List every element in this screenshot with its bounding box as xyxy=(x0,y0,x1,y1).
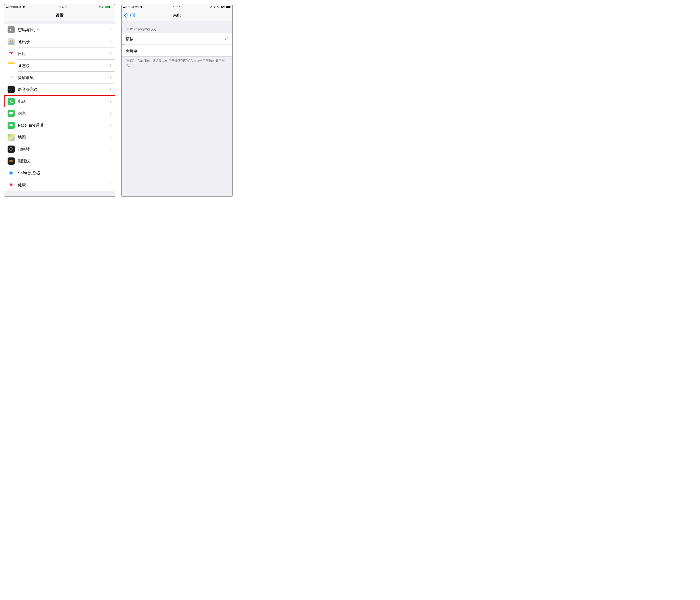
nav-bar: 电话 来电 xyxy=(122,10,232,21)
cell-maps[interactable]: 地图 xyxy=(4,131,115,143)
chevron-right-icon xyxy=(110,112,112,115)
settings-screen: 中国移动 下午4:15 95% ⚡ 设置 密码与帐户通讯录7日历备忘录提醒事项语… xyxy=(4,4,116,197)
messages-icon xyxy=(7,110,15,117)
cell-label: 健康 xyxy=(18,182,110,188)
back-label: 电话 xyxy=(127,13,135,18)
chevron-right-icon xyxy=(110,28,112,31)
cell-facetime[interactable]: FaceTime通话 xyxy=(4,119,115,131)
battery-pct-label: 95% xyxy=(98,5,104,9)
battery-icon xyxy=(226,6,231,8)
chevron-right-icon xyxy=(110,159,112,163)
cell-measure[interactable]: 测距仪 xyxy=(4,155,115,167)
svg-rect-2 xyxy=(8,6,8,8)
svg-rect-23 xyxy=(9,160,13,162)
cell-messages[interactable]: 信息 xyxy=(4,107,115,119)
checkmark-icon xyxy=(224,36,228,41)
option-label: 全屏幕 xyxy=(126,48,232,53)
carrier-label: 中国移动 xyxy=(10,5,22,9)
reminders-icon xyxy=(7,74,15,81)
svg-rect-31 xyxy=(123,7,124,8)
nav-title: 设置 xyxy=(56,13,64,18)
clock-label: 15:37 xyxy=(143,5,210,9)
group-footer: “电话”、FaceTime 通话及其他用于接听通话的App将使用所选的显示样式。 xyxy=(122,57,232,68)
cell-notes[interactable]: 备忘录 xyxy=(4,60,115,72)
cell-label: 通讯录 xyxy=(18,39,110,45)
nav-bar: 设置 xyxy=(4,10,115,21)
chevron-right-icon xyxy=(110,148,112,151)
cell-label: 电话 xyxy=(18,99,110,104)
svg-rect-6 xyxy=(12,30,12,31)
cell-label: FaceTime通话 xyxy=(18,123,110,128)
clock-label: 下午4:15 xyxy=(25,5,98,9)
svg-rect-10 xyxy=(12,43,13,44)
phone-icon xyxy=(7,98,15,105)
charging-icon: ⚡ xyxy=(110,6,114,8)
cell-safari[interactable]: Safari浏览器 xyxy=(4,167,115,179)
cell-phone[interactable]: 电话 xyxy=(4,96,115,107)
facetime-icon xyxy=(7,122,15,129)
status-bar: 中国联通 15:37 ⊘ 86% xyxy=(122,4,232,10)
chevron-right-icon xyxy=(110,88,112,91)
cell-health[interactable]: 健康 xyxy=(4,179,115,191)
measure-icon xyxy=(7,157,15,165)
maps-icon xyxy=(7,134,15,141)
chevron-right-icon xyxy=(110,183,112,186)
cell-contacts[interactable]: 通讯录 xyxy=(4,36,115,48)
cell-label: 测距仪 xyxy=(18,158,110,164)
svg-rect-34 xyxy=(126,6,127,8)
back-button[interactable]: 电话 xyxy=(124,13,135,18)
cell-label: 日历 xyxy=(18,51,110,56)
svg-rect-8 xyxy=(12,41,13,41)
status-bar: 中国移动 下午4:15 95% ⚡ xyxy=(4,4,115,10)
location-icon xyxy=(213,5,216,9)
option-label: 横幅 xyxy=(126,36,224,42)
wifi-icon xyxy=(22,5,25,9)
chevron-right-icon xyxy=(110,100,112,103)
safari-icon xyxy=(7,169,15,177)
health-icon xyxy=(7,181,15,188)
group-header: IPHONE解锁时显示为 xyxy=(122,21,232,33)
compass-icon xyxy=(7,146,15,153)
option-fullscreen[interactable]: 全屏幕 xyxy=(122,45,232,57)
chevron-right-icon xyxy=(110,76,112,79)
cell-label: 地图 xyxy=(18,135,110,140)
battery-pct-label: 86% xyxy=(220,5,225,9)
cell-label: 信息 xyxy=(18,111,110,116)
passwords-icon xyxy=(7,26,15,33)
cell-label: 密码与帐户 xyxy=(18,27,110,33)
svg-rect-1 xyxy=(7,7,7,8)
svg-point-15 xyxy=(10,76,10,77)
notes-icon xyxy=(7,62,15,69)
settings-list[interactable]: 密码与帐户通讯录7日历备忘录提醒事项语音备忘录电话信息FaceTime通话地图指… xyxy=(4,21,115,197)
cell-compass[interactable]: 指南针 xyxy=(4,143,115,155)
svg-point-7 xyxy=(10,41,11,42)
nav-title: 来电 xyxy=(173,13,181,18)
chevron-right-icon xyxy=(110,64,112,67)
svg-rect-33 xyxy=(125,6,126,8)
svg-rect-0 xyxy=(6,7,6,8)
svg-point-17 xyxy=(10,79,10,79)
cell-label: 指南针 xyxy=(18,147,110,152)
svg-point-16 xyxy=(10,77,10,78)
cell-label: Safari浏览器 xyxy=(18,171,110,176)
calendar-icon: 7 xyxy=(7,50,15,57)
svg-rect-32 xyxy=(124,7,125,8)
svg-rect-3 xyxy=(9,6,9,8)
chevron-right-icon xyxy=(110,172,112,175)
option-banner[interactable]: 横幅 xyxy=(122,33,232,45)
chevron-right-icon xyxy=(110,136,112,139)
chevron-right-icon xyxy=(110,40,112,43)
cell-calendar[interactable]: 7日历 xyxy=(4,48,115,60)
cell-voicememos[interactable]: 语音备忘录 xyxy=(4,83,115,96)
cell-reminders[interactable]: 提醒事项 xyxy=(4,72,115,83)
signal-icon xyxy=(123,5,127,9)
chevron-right-icon xyxy=(110,124,112,127)
cell-passwords[interactable]: 密码与帐户 xyxy=(4,24,115,36)
svg-rect-21 xyxy=(9,124,12,126)
svg-text:7: 7 xyxy=(10,53,12,55)
svg-rect-9 xyxy=(12,41,13,42)
rotation-lock-icon: ⊘ xyxy=(210,5,212,9)
cell-label: 语音备忘录 xyxy=(18,87,110,92)
incoming-call-settings-screen: 中国联通 15:37 ⊘ 86% 电话 来电 IPHONE解锁时显示为 横幅全屏… xyxy=(121,4,233,197)
options-list: IPHONE解锁时显示为 横幅全屏幕 “电话”、FaceTime 通话及其他用于… xyxy=(122,21,232,197)
